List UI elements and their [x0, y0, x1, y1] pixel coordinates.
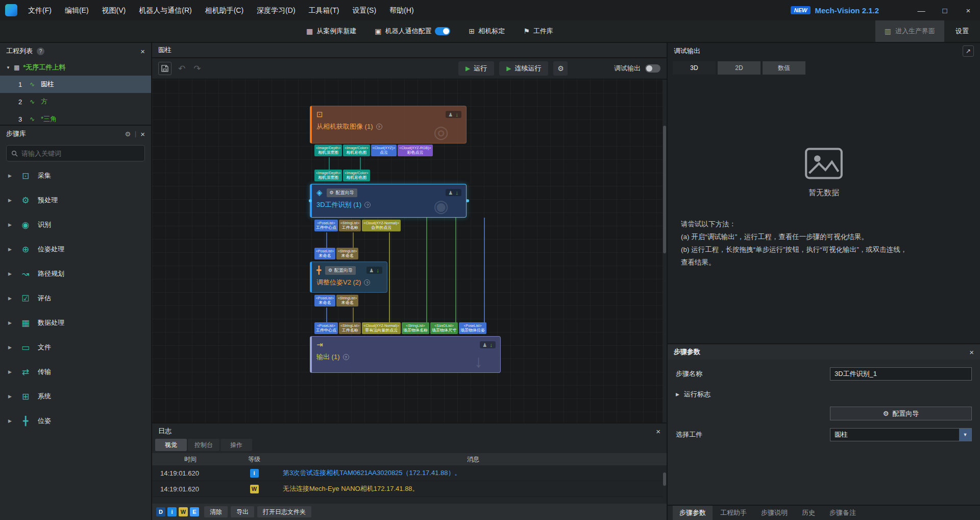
config-wizard-chip[interactable]: ⚙配置向导	[325, 266, 356, 275]
config-wizard-chip[interactable]: ⚙配置向导	[327, 188, 357, 197]
run-flags-section[interactable]: ▶ 运行标志	[668, 390, 980, 399]
log-row[interactable]: 14:19:01.620i第3次尝试连接相机TAM0621AA3020825（1…	[152, 465, 667, 481]
node-capture-from-camera[interactable]: ⊡♟↓从相机获取图像 (1)?◎	[310, 106, 467, 144]
help-icon[interactable]: ?	[343, 354, 349, 360]
port-chip[interactable]: <Image/Depth>相机深度图	[314, 170, 342, 181]
project-root-row[interactable]: ▼ ▦ *无序工件上料	[0, 59, 151, 76]
port-chip[interactable]: <StringList>工件名称	[339, 220, 361, 231]
port-chip[interactable]: <Cloud(XYZ-Normal)>合并的点云	[362, 220, 401, 231]
undo-icon[interactable]: ↶	[177, 63, 187, 74]
node-output[interactable]: ⇥♟↓输出 (1)?↓	[310, 336, 501, 373]
open-in-window-icon[interactable]: ↗	[963, 45, 974, 57]
debug-tab-数值[interactable]: 数值	[763, 61, 805, 75]
help-icon[interactable]: ?	[376, 124, 382, 130]
log-action-清除[interactable]: 清除	[204, 506, 228, 517]
log-action-打开日志文件夹[interactable]: 打开日志文件夹	[257, 506, 311, 517]
gear-icon[interactable]: ⚙	[125, 130, 131, 138]
port-chip[interactable]: <Cloud(XYZ)>点云	[371, 145, 397, 156]
bottom-tab-步骤备注[interactable]: 步骤备注	[823, 506, 863, 520]
robot-comm-toggle[interactable]	[435, 27, 450, 35]
log-row[interactable]: 14:19:01.620W无法连接Mech-Eye NANO相机172.17.4…	[152, 481, 667, 497]
collapse-icon[interactable]: ▼	[6, 65, 10, 70]
run-button[interactable]: ▶ 运行	[458, 61, 494, 76]
port-chip[interactable]: <StringList>工件名称	[339, 322, 361, 334]
menu-item[interactable]: 设置(S)	[346, 0, 383, 20]
bottom-tab-历史[interactable]: 历史	[795, 506, 822, 520]
step-name-input[interactable]	[830, 367, 972, 381]
project-item-*三角[interactable]: 3∿*三角	[0, 110, 151, 125]
help-icon[interactable]: ?	[37, 48, 44, 55]
log-filter-W[interactable]: W	[179, 507, 188, 516]
step-category-文件[interactable]: ▶▭文件	[0, 335, 151, 360]
step-category-传输[interactable]: ▶⇄传输	[0, 360, 151, 384]
help-icon[interactable]: ?	[364, 279, 370, 286]
log-filter-E[interactable]: E	[190, 507, 199, 516]
expand-icon[interactable]: ▶	[8, 271, 13, 276]
port-chip[interactable]: <PoseList>场景物体位姿	[459, 322, 486, 334]
step-category-识别[interactable]: ▶◉识别	[0, 212, 151, 237]
bottom-tab-步骤说明[interactable]: 步骤说明	[754, 506, 794, 520]
port-chip[interactable]: <Image/Color>相机彩色图	[343, 170, 370, 181]
expand-icon[interactable]: ▶	[8, 394, 13, 399]
menu-item[interactable]: 视图(V)	[95, 0, 133, 20]
port-chip[interactable]: <Cloud(XYZ-RGB)>彩色点云	[398, 145, 432, 156]
expand-icon[interactable]: ▶	[8, 369, 13, 374]
new-from-case-button[interactable]: ▦ 从案例库新建	[306, 27, 356, 36]
expand-icon[interactable]: ▶	[8, 320, 13, 325]
port-chip[interactable]: <Image/Color>相机彩色图	[343, 145, 370, 156]
graph-tab-title[interactable]: 圆柱	[158, 45, 172, 55]
port-chip[interactable]: <Cloud(XYZ-Normal)>带有法向量的点云	[362, 322, 401, 334]
step-category-采集[interactable]: ▶⊡采集	[0, 163, 151, 188]
menu-item[interactable]: 深度学习(D)	[250, 0, 302, 20]
close-icon[interactable]: ×	[140, 130, 145, 138]
port-chip[interactable]: <PoseList>未命名	[314, 295, 335, 306]
expand-icon[interactable]: ▶	[676, 392, 679, 397]
menu-item[interactable]: 帮助(H)	[383, 0, 420, 20]
expand-icon[interactable]: ▶	[8, 296, 13, 301]
log-tab-控制台[interactable]: 控制台	[188, 439, 219, 451]
menu-item[interactable]: 工具箱(T)	[302, 0, 346, 20]
graph-canvas[interactable]: ⊡♟↓从相机获取图像 (1)?◎◈⚙配置向导♟↓3D工件识别 (1)?◉╋⚙配置…	[152, 80, 667, 422]
bottom-tab-工程助手[interactable]: 工程助手	[714, 506, 753, 520]
debug-tab-2D[interactable]: 2D	[718, 61, 761, 75]
port-chip[interactable]: <SizeDList>场景物体尺寸	[430, 322, 458, 334]
expand-icon[interactable]: ▶	[8, 173, 13, 178]
log-filter-i[interactable]: i	[167, 507, 177, 516]
node-3d-workpiece-recognition[interactable]: ◈⚙配置向导♟↓3D工件识别 (1)?◉	[310, 184, 467, 218]
close-icon[interactable]: ×	[140, 47, 145, 56]
port-chip[interactable]: <StringList>场景物体名称	[402, 322, 429, 334]
port-chip[interactable]: <PoseList>工件中心点	[314, 322, 338, 334]
canvas-scrollbar[interactable]	[663, 80, 667, 422]
save-button[interactable]	[158, 62, 172, 75]
project-item-圆柱[interactable]: 1∿圆柱	[0, 76, 151, 93]
step-category-位姿处理[interactable]: ▶⊕位姿处理	[0, 237, 151, 262]
log-tab-视觉[interactable]: 视觉	[155, 439, 187, 451]
menu-item[interactable]: 文件(F)	[21, 0, 58, 20]
config-wizard-button[interactable]: ⚙ 配置向导	[830, 407, 972, 420]
expand-icon[interactable]: ▶	[8, 198, 13, 203]
settings-button[interactable]: 设置	[944, 27, 980, 36]
workpiece-select[interactable]: 圆柱 ▼	[830, 428, 972, 441]
scrollbar-thumb[interactable]	[663, 126, 666, 253]
expand-icon[interactable]: ▶	[8, 222, 13, 227]
robot-comm-config-button[interactable]: ▣ 机器人通信配置	[375, 27, 450, 36]
port-chip[interactable]: <PoseList>未命名	[314, 248, 335, 259]
scrollbar-thumb[interactable]	[663, 472, 666, 486]
close-button[interactable]: ×	[957, 0, 980, 20]
step-search-box[interactable]	[6, 145, 145, 161]
workpiece-library-button[interactable]: ⚑ 工件库	[523, 27, 553, 36]
log-action-导出[interactable]: 导出	[231, 506, 254, 517]
log-scrollbar[interactable]	[663, 470, 667, 502]
port-chip[interactable]: <StringList>未命名	[336, 248, 358, 259]
step-category-评估[interactable]: ▶☑评估	[0, 286, 151, 311]
menu-item[interactable]: 相机助手(C)	[199, 0, 250, 20]
port-chip[interactable]: <StringList>未命名	[336, 295, 358, 306]
menu-item[interactable]: 机器人与通信(R)	[132, 0, 198, 20]
step-category-数据处理[interactable]: ▶▦数据处理	[0, 311, 151, 335]
step-category-系统[interactable]: ▶⊞系统	[0, 384, 151, 409]
menu-item[interactable]: 编辑(E)	[58, 0, 95, 20]
search-input[interactable]	[21, 150, 140, 157]
step-category-路径规划[interactable]: ▶↝路径规划	[0, 262, 151, 286]
expand-icon[interactable]: ▶	[8, 418, 13, 423]
debug-tab-3D[interactable]: 3D	[673, 61, 716, 75]
